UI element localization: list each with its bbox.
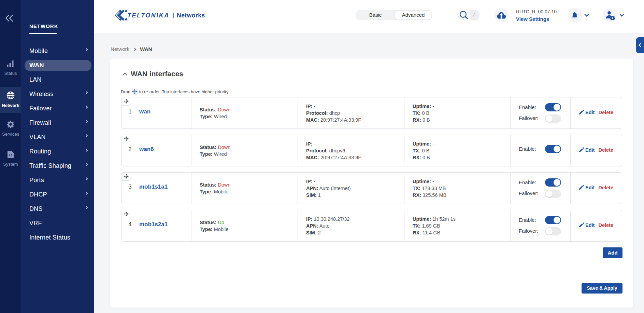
svg-text:|: | (173, 12, 174, 18)
svg-text:TELTONIKA: TELTONIKA (127, 12, 170, 19)
svg-text:Networks: Networks (177, 12, 205, 19)
